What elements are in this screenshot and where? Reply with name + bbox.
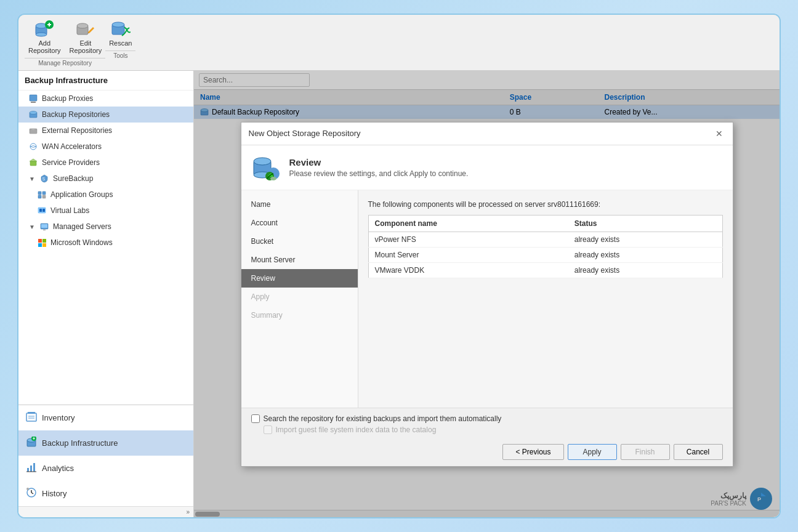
external-repositories-icon: [28, 126, 38, 135]
sidebar-arrows: »: [18, 506, 193, 517]
step-review[interactable]: Review: [241, 269, 358, 288]
analytics-icon: [26, 462, 37, 475]
search-backups-checkbox[interactable]: [251, 414, 260, 423]
dialog-header-text: Review Please review the settings, and c…: [289, 157, 469, 178]
dialog-header-desc: Please review the settings, and click Ap…: [289, 169, 469, 178]
sidebar-item-service-providers[interactable]: Service Providers: [18, 155, 193, 171]
comp-row-vmware-vddk: VMware VDDK already exists: [368, 262, 722, 278]
wan-accelerators-icon: [28, 142, 38, 151]
arrows-icon: »: [186, 509, 190, 515]
svg-rect-16: [30, 161, 36, 166]
backup-repositories-label: Backup Repositories: [42, 110, 110, 119]
dialog-footer: Search the repository for existing backu…: [241, 408, 733, 466]
nav-history-label: History: [42, 489, 66, 498]
sidebar-item-backup-repositories[interactable]: Backup Repositories: [18, 107, 193, 123]
svg-text:S: S: [42, 177, 46, 181]
comp-col-name: Component name: [368, 215, 568, 232]
nav-analytics-label: Analytics: [42, 464, 74, 473]
rescan-icon: [111, 20, 131, 39]
comp-status-mount-server: already exists: [568, 247, 722, 262]
rescan-button[interactable]: Rescan: [105, 18, 135, 48]
search-backups-label[interactable]: Search the repository for existing backu…: [264, 414, 502, 423]
external-repositories-label: External Repositories: [42, 126, 112, 135]
sidebar-item-managed-servers[interactable]: ▼ Managed Servers: [18, 219, 193, 235]
import-index-checkbox[interactable]: [264, 425, 272, 434]
sidebar-item-backup-proxies[interactable]: Backup Proxies: [18, 91, 193, 107]
sidebar-item-microsoft-windows[interactable]: Microsoft Windows: [18, 235, 193, 251]
svg-rect-22: [42, 195, 46, 198]
sidebar-item-surebackup[interactable]: ▼ S SureBackup: [18, 171, 193, 187]
nav-inventory[interactable]: Inventory: [18, 405, 193, 430]
sidebar-item-application-groups[interactable]: Application Groups: [18, 187, 193, 203]
svg-point-57: [270, 177, 276, 180]
svg-point-53: [254, 158, 271, 165]
svg-point-7: [77, 23, 88, 28]
svg-marker-17: [30, 159, 37, 161]
backup-proxies-icon: [28, 94, 38, 103]
import-index-label: Import guest file system index data to t…: [276, 425, 437, 434]
dialog-main-content: The following components will be process…: [358, 190, 733, 408]
dialog-title: New Object Storage Repository: [249, 129, 361, 138]
edit-repository-button[interactable]: Edit Repository: [66, 18, 106, 55]
svg-rect-27: [41, 224, 47, 228]
step-apply[interactable]: Apply: [241, 288, 358, 306]
previous-button[interactable]: < Previous: [502, 444, 563, 460]
finish-button[interactable]: Finish: [621, 444, 670, 460]
backup-infrastructure-icon: [26, 437, 37, 449]
comp-status-vmware-vddk: already exists: [568, 262, 722, 278]
dialog-server-info: The following components will be process…: [368, 200, 723, 209]
nav-analytics[interactable]: Analytics: [18, 456, 193, 481]
svg-rect-41: [34, 437, 34, 440]
sidebar-item-wan-accelerators[interactable]: WAN Accelerators: [18, 139, 193, 155]
checkbox-area: Search the repository for existing backu…: [251, 414, 723, 434]
svg-rect-21: [38, 195, 41, 198]
sidebar-item-external-repositories[interactable]: External Repositories: [18, 123, 193, 139]
backup-repositories-icon: [28, 110, 38, 119]
managed-servers-icon: [39, 222, 49, 232]
sidebar-item-virtual-labs[interactable]: Virtual Labs: [18, 203, 193, 219]
svg-rect-29: [38, 239, 42, 243]
svg-point-9: [112, 22, 124, 27]
comp-name-vpower: vPower NFS: [368, 232, 568, 247]
checkbox-row-2: Import guest file system index data to t…: [251, 425, 723, 434]
comp-name-mount-server: Mount Server: [368, 247, 568, 262]
microsoft-windows-icon: [37, 238, 47, 248]
apply-button[interactable]: Apply: [568, 444, 617, 460]
backup-proxies-label: Backup Proxies: [42, 94, 93, 103]
virtual-labs-label: Virtual Labs: [50, 206, 89, 215]
manage-repository-group-label: Manage Repository: [25, 58, 105, 66]
dialog-overlay: New Object Storage Repository ✕: [194, 71, 780, 517]
dialog-titlebar: New Object Storage Repository ✕: [241, 123, 733, 145]
rescan-label: Rescan: [109, 39, 132, 47]
microsoft-windows-label: Microsoft Windows: [50, 238, 113, 247]
nav-history[interactable]: History: [18, 481, 193, 506]
svg-rect-34: [28, 412, 35, 414]
cancel-button[interactable]: Cancel: [674, 444, 723, 460]
comp-status-vpower: already exists: [568, 232, 722, 247]
svg-rect-19: [38, 191, 41, 195]
svg-rect-24: [39, 209, 42, 212]
comp-row-vpower: vPower NFS already exists: [368, 232, 722, 247]
sidebar: Backup Infrastructure Backup Proxies: [18, 71, 194, 517]
dialog: New Object Storage Repository ✕: [241, 122, 733, 467]
step-account[interactable]: Account: [241, 214, 358, 232]
comp-row-mount-server: Mount Server already exists: [368, 247, 722, 262]
step-summary[interactable]: Summary: [241, 306, 358, 324]
svg-rect-28: [43, 230, 46, 230]
step-name[interactable]: Name: [241, 195, 358, 214]
dialog-buttons: < Previous Apply Finish Cancel: [251, 439, 723, 460]
step-mount-server[interactable]: Mount Server: [241, 251, 358, 269]
components-table: Component name Status vPower NFS already…: [368, 215, 723, 278]
dialog-steps: Name Account Bucket Mount Server Review …: [241, 190, 358, 408]
dialog-close-button[interactable]: ✕: [713, 127, 725, 140]
nav-backup-infrastructure[interactable]: Backup Infrastructure: [18, 430, 193, 456]
dialog-body: Name Account Bucket Mount Server Review …: [241, 190, 733, 408]
sidebar-title: Backup Infrastructure: [18, 71, 193, 91]
add-repository-button[interactable]: Add Repository: [25, 18, 65, 55]
tools-section: Rescan Tools: [105, 18, 135, 59]
add-repository-icon: [34, 20, 54, 39]
inventory-icon: [26, 411, 37, 424]
surebackup-label: SureBackup: [53, 174, 93, 183]
sidebar-bottom-nav: Inventory Backup Infrastructure: [18, 405, 193, 506]
step-bucket[interactable]: Bucket: [241, 232, 358, 251]
